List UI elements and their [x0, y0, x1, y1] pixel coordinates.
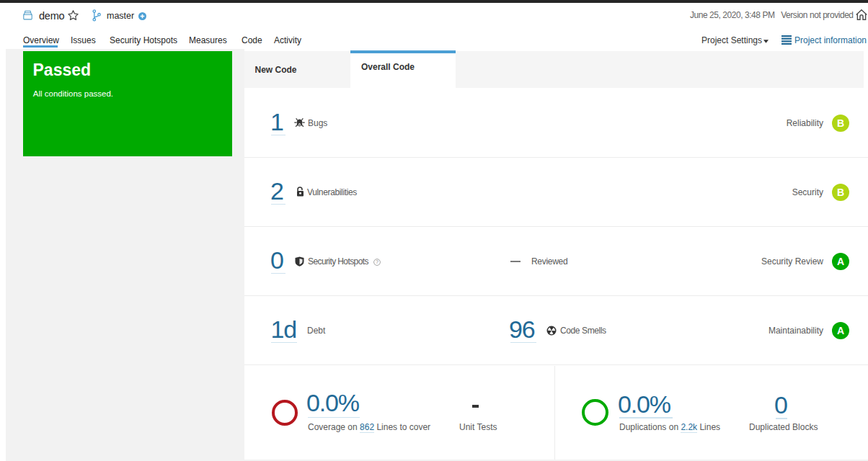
svg-text:?: ? [376, 259, 378, 265]
